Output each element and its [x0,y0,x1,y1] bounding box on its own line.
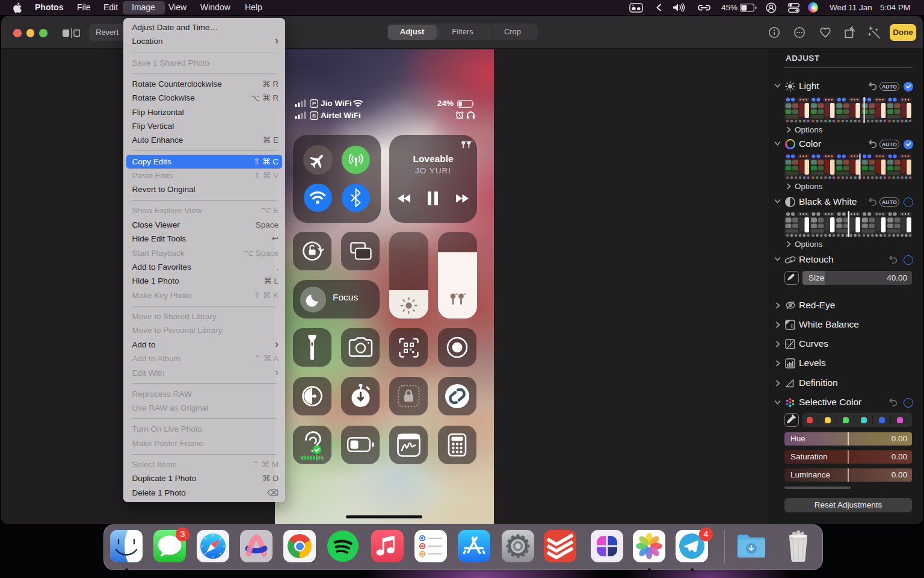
svg-text:B: B [791,324,794,328]
svg-text:S: S [312,113,316,119]
svg-text:P: P [312,101,316,107]
